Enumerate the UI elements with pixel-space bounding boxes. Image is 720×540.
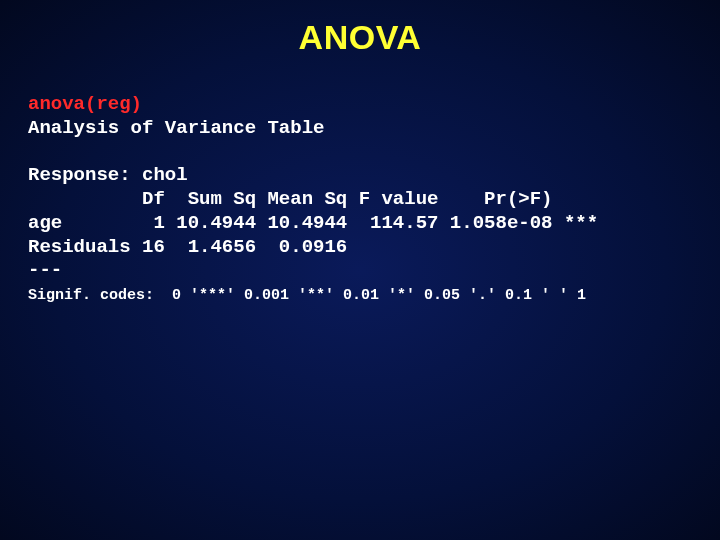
separator-dashes: ---: [28, 259, 62, 281]
slide-title: ANOVA: [28, 18, 692, 57]
anova-output-block: anova(reg) Analysis of Variance Table Re…: [28, 93, 692, 307]
header-row: Df Sum Sq Mean Sq F value Pr(>F): [28, 188, 553, 210]
table-row: Residuals 16 1.4656 0.0916: [28, 236, 347, 258]
table-heading: Analysis of Variance Table: [28, 117, 324, 139]
table-row: age 1 10.4944 10.4944 114.57 1.058e-08 *…: [28, 212, 598, 234]
signif-codes-line: Signif. codes: 0 '***' 0.001 '**' 0.01 '…: [28, 287, 586, 304]
response-line: Response: chol: [28, 164, 188, 186]
slide: ANOVA anova(reg) Analysis of Variance Ta…: [0, 0, 720, 540]
r-command: anova(reg): [28, 93, 142, 115]
